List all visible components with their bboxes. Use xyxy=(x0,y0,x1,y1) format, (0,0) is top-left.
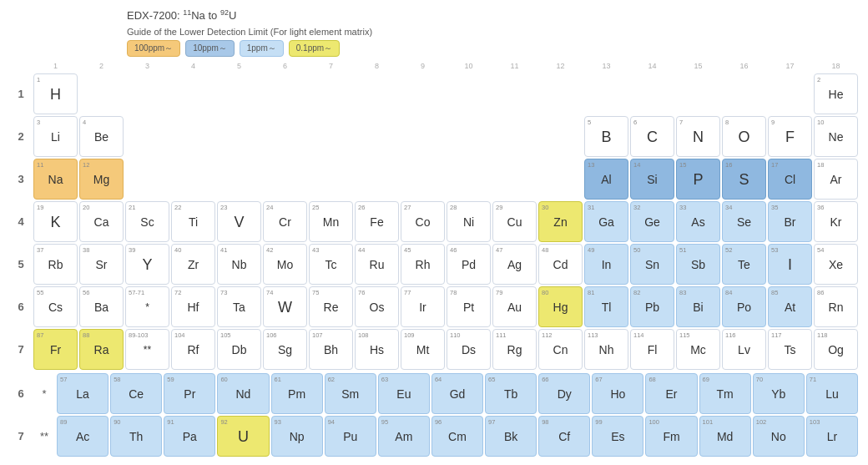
element-number: 92 xyxy=(220,418,227,426)
element-symbol: S xyxy=(739,172,749,187)
element-Ni: 28Ni xyxy=(447,201,491,242)
element-number: 55 xyxy=(37,289,43,296)
element-symbol: Hs xyxy=(370,344,384,356)
legend-100ppm: 100ppm～ xyxy=(127,40,180,57)
element-symbol: Ra xyxy=(94,344,109,356)
element-Hg: 80Hg xyxy=(538,286,583,327)
element-Fm: 100Fm xyxy=(645,416,697,457)
element-number: 64 xyxy=(435,376,442,383)
element-Mg: 12Mg xyxy=(79,159,124,200)
element-Tb: 65Tb xyxy=(485,373,537,414)
element-symbol: Mo xyxy=(277,259,293,270)
period-label-bottom-6: 6 xyxy=(10,373,32,414)
element-number: 79 xyxy=(496,289,502,296)
star-label-bottom-**: ** xyxy=(33,416,55,457)
element-number: 80 xyxy=(542,289,548,296)
element-number: 69 xyxy=(703,376,709,383)
element-Ds: 110Ds xyxy=(447,329,491,370)
element-number: 88 xyxy=(83,331,89,339)
element-symbol: P xyxy=(693,172,703,187)
element-symbol: Pb xyxy=(645,301,659,313)
element-number: 75 xyxy=(312,289,319,296)
element-number: 57 xyxy=(60,376,67,383)
element-number: 54 xyxy=(817,246,824,254)
element-symbol: Pt xyxy=(463,301,474,313)
element-number: 96 xyxy=(435,418,442,426)
element-Ag: 47Ag xyxy=(492,244,537,285)
element-symbol: Ne xyxy=(829,131,844,143)
empty-cell xyxy=(401,116,445,157)
element-number: 101 xyxy=(703,418,714,426)
element-symbol: Zr xyxy=(188,259,199,270)
element-Bi: 83Bi xyxy=(676,286,720,327)
period-label-bottom-7: 7 xyxy=(10,416,32,457)
element-number: 11 xyxy=(37,161,43,169)
element-Ru: 44Ru xyxy=(355,244,399,285)
element-number: 46 xyxy=(450,246,457,254)
element-Bh: 107Bh xyxy=(309,329,353,370)
element-S: 16S xyxy=(722,159,766,200)
element-number: 39 xyxy=(129,246,135,254)
element-symbol: Cd xyxy=(553,259,568,270)
element-In: 49In xyxy=(584,244,628,285)
element-symbol: W xyxy=(278,300,292,315)
element-symbol: Am xyxy=(395,431,412,442)
element-symbol: Ts xyxy=(785,344,796,356)
col-label-16: 16 xyxy=(722,60,766,72)
element-Sg: 106Sg xyxy=(263,329,307,370)
element-symbol: Se xyxy=(737,216,751,228)
element-symbol: Ru xyxy=(370,259,385,270)
empty-cell xyxy=(447,159,491,200)
element-symbol: Fm xyxy=(663,431,679,442)
element-number: 100 xyxy=(648,418,659,426)
element-symbol: Gd xyxy=(450,388,466,400)
element-Ge: 32Ge xyxy=(630,201,674,242)
element-symbol: Ni xyxy=(463,216,474,228)
element-Hf: 72Hf xyxy=(171,286,215,327)
element-number: 91 xyxy=(167,418,174,426)
element-Tc: 43Tc xyxy=(309,244,353,285)
element-number: 98 xyxy=(542,418,548,426)
element-Ga: 31Ga xyxy=(584,201,628,242)
element-symbol: Og xyxy=(828,344,844,356)
element-Th: 90Th xyxy=(110,416,162,457)
element-number: 60 xyxy=(220,376,227,383)
element-symbol: Rg xyxy=(507,344,522,356)
element-Cf: 98Cf xyxy=(538,416,590,457)
element-symbol: No xyxy=(771,431,786,442)
element-symbol: Ho xyxy=(610,388,625,400)
element-number: 111 xyxy=(496,331,507,339)
element-number: 24 xyxy=(266,204,273,211)
element-number: 6 xyxy=(633,119,637,126)
bottom-series: 6*57La58Ce59Pr60Nd61Pm62Sm63Eu64Gd65Tb66… xyxy=(10,373,858,457)
element-V: 23V xyxy=(217,201,261,242)
element-Al: 13Al xyxy=(584,159,628,200)
element-symbol: Rf xyxy=(188,344,199,356)
element-symbol: Ge xyxy=(644,216,660,228)
element-Rb: 37Rb xyxy=(33,244,78,285)
element-Lv: 116Lv xyxy=(722,329,766,370)
element-Na: 11Na xyxy=(33,159,78,200)
element-number: 72 xyxy=(174,289,181,296)
empty-cell xyxy=(401,159,445,200)
element-number: 19 xyxy=(37,204,43,211)
element-symbol: Eu xyxy=(396,388,411,400)
element-Mo: 42Mo xyxy=(263,244,307,285)
element-symbol: Cs xyxy=(48,301,63,313)
element-Dy: 66Dy xyxy=(538,373,590,414)
element-number: 32 xyxy=(633,204,640,211)
element-number: 29 xyxy=(496,204,502,211)
element-number: 49 xyxy=(588,246,594,254)
element-symbol: La xyxy=(76,388,89,400)
element-symbol: Xe xyxy=(829,259,843,270)
element-symbol: He xyxy=(829,88,844,100)
empty-cell xyxy=(584,73,628,114)
empty-cell xyxy=(630,73,674,114)
element-number: 95 xyxy=(381,418,388,426)
element-symbol: Tl xyxy=(602,301,612,313)
element-Og: 118Og xyxy=(814,329,858,370)
element-symbol: Bi xyxy=(693,301,703,313)
element-Ce: 58Ce xyxy=(110,373,162,414)
element-Pt: 78Pt xyxy=(447,286,491,327)
element-Ta: 73Ta xyxy=(217,286,261,327)
